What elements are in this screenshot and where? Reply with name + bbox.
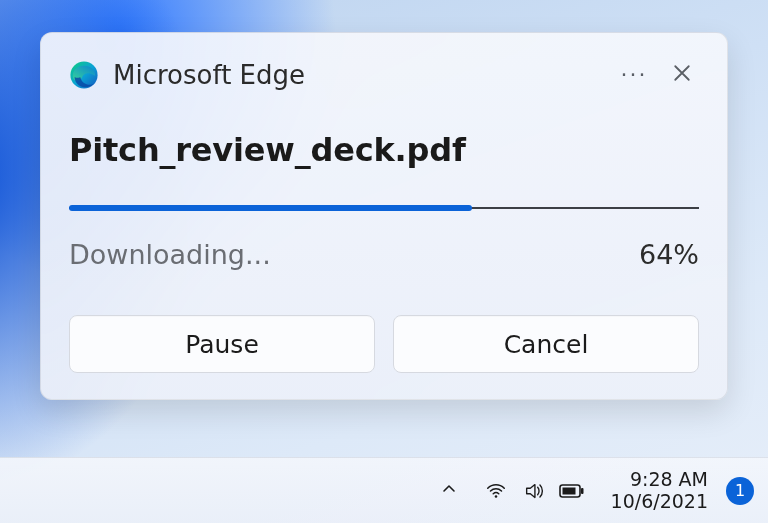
progress-percent: 64% <box>639 239 699 270</box>
svg-rect-5 <box>581 488 584 494</box>
close-button[interactable] <box>665 58 699 92</box>
status-text: Downloading... <box>69 239 271 270</box>
cancel-button-label: Cancel <box>504 330 589 359</box>
cancel-button[interactable]: Cancel <box>393 315 699 373</box>
ellipsis-icon: ··· <box>621 64 648 86</box>
svg-rect-4 <box>562 487 575 494</box>
svg-point-2 <box>494 495 497 498</box>
battery-icon <box>557 475 587 507</box>
taskbar-clock[interactable]: 9:28 AM 10/6/2021 <box>611 469 708 513</box>
tray-overflow-button[interactable] <box>433 475 465 507</box>
chevron-up-icon <box>441 481 457 501</box>
progress-fill <box>69 205 472 211</box>
clock-date: 10/6/2021 <box>611 491 708 513</box>
system-tray[interactable] <box>475 471 593 511</box>
edge-icon <box>69 60 99 90</box>
download-notification: Microsoft Edge ··· Pitch_review_deck.pdf… <box>40 32 728 400</box>
volume-icon <box>519 475 549 507</box>
more-button[interactable]: ··· <box>617 58 651 92</box>
taskbar: 9:28 AM 10/6/2021 1 <box>0 457 768 523</box>
clock-time: 9:28 AM <box>630 469 708 491</box>
file-name: Pitch_review_deck.pdf <box>69 131 699 169</box>
notification-header: Microsoft Edge ··· <box>69 57 699 93</box>
app-title: Microsoft Edge <box>113 60 305 90</box>
pause-button-label: Pause <box>185 330 259 359</box>
pause-button[interactable]: Pause <box>69 315 375 373</box>
wifi-icon <box>481 475 511 507</box>
notification-center-badge[interactable]: 1 <box>726 477 754 505</box>
button-row: Pause Cancel <box>69 315 699 373</box>
badge-count: 1 <box>735 481 745 500</box>
progress-bar <box>69 207 699 209</box>
close-icon <box>673 64 691 86</box>
status-row: Downloading... 64% <box>69 239 699 270</box>
